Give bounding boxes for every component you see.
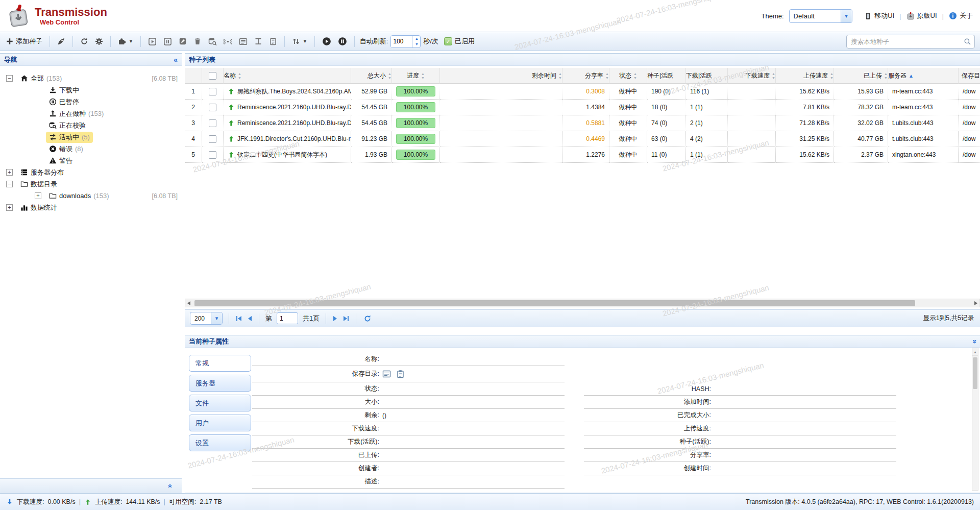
tree-node-body[interactable]: 数据统计 (17, 202, 60, 213)
search-icon[interactable] (964, 38, 971, 45)
sidebar-item-stats[interactable]: +数据统计 (0, 202, 182, 213)
table-row[interactable]: 2Reminiscence.2021.2160p.UHD.Blu-ray.DoV… (185, 100, 980, 115)
sidebar-item-warning[interactable]: 警告 (0, 155, 182, 166)
horizontal-scrollbar[interactable] (185, 299, 980, 307)
tree-node-body[interactable]: 警告 (46, 155, 76, 166)
cell-check[interactable] (202, 131, 224, 147)
copy-button[interactable] (267, 36, 279, 47)
chevron-down-icon[interactable] (211, 312, 222, 324)
sidebar-item-data-dir[interactable]: −数据目录 (0, 178, 182, 190)
settings-button[interactable] (93, 36, 105, 47)
enabled-checkbox-icon[interactable] (444, 37, 452, 45)
remove-torrent-button[interactable] (191, 36, 204, 47)
table-row[interactable]: 4JFK.1991.Director's.Cut.2160p.UHD.Blu-r… (185, 131, 980, 147)
column-header-size[interactable]: 总大小 (351, 68, 392, 84)
column-header-num[interactable] (185, 68, 202, 84)
page-number-input[interactable] (277, 312, 298, 324)
collapse-left-icon[interactable]: « (174, 56, 178, 64)
row-checkbox[interactable] (209, 151, 216, 159)
cell-check[interactable] (202, 147, 224, 163)
add-torrent-button[interactable]: 添加种子 (4, 35, 44, 47)
queue-button[interactable] (252, 36, 264, 47)
recheck-button[interactable] (206, 36, 219, 47)
column-header-name[interactable]: 名称 (224, 68, 351, 84)
spinner-down-icon[interactable] (413, 41, 420, 47)
column-header-up_speed[interactable]: 上传速度 (776, 68, 834, 84)
about-link[interactable]: 关于 (949, 11, 973, 20)
tree-node-body[interactable]: 错误(8) (46, 143, 86, 155)
search-input[interactable] (847, 38, 964, 45)
tree-expander-icon[interactable]: + (6, 204, 13, 211)
sidebar-item-paused[interactable]: 已暂停 (0, 96, 182, 108)
tree-node-body[interactable]: 正在做种(153) (46, 108, 107, 119)
spinner-up-icon[interactable] (413, 36, 420, 42)
pause-torrent-button[interactable] (161, 36, 174, 47)
sidebar-item-active[interactable]: 活动中(5) (0, 131, 182, 143)
auto-refresh-input[interactable] (391, 36, 412, 47)
tree-node-body[interactable]: 已暂停 (46, 96, 82, 108)
vertical-scrollbar[interactable] (972, 348, 978, 491)
column-header-eta[interactable]: 剩余时间 (440, 68, 562, 84)
scroll-left-icon[interactable] (187, 301, 190, 305)
page-size-select[interactable]: 200 (190, 312, 223, 325)
tab-general[interactable]: 常规 (189, 355, 251, 372)
tab-settings[interactable]: 设置 (189, 434, 251, 451)
add-url-button[interactable] (55, 36, 67, 47)
sidebar-item-verifying[interactable]: 正在校验 (0, 119, 182, 131)
table-row[interactable]: 1黑袍纠察队.The.Boys.2024.S04.2160p.AMZN.WEB-… (185, 84, 980, 100)
sidebar-item-server-tracker[interactable]: +服务器分布 (0, 166, 182, 178)
tree-node-body[interactable]: downloads(153) (46, 191, 112, 201)
scroll-right-icon[interactable] (974, 301, 977, 305)
tree-expander-icon[interactable]: − (6, 181, 13, 187)
tree-node-body[interactable]: 活动中(5) (46, 132, 93, 143)
chevron-down-icon[interactable] (841, 10, 852, 22)
row-checkbox[interactable] (209, 104, 216, 111)
start-torrent-button[interactable] (146, 36, 159, 47)
detail-button[interactable] (237, 36, 250, 47)
column-header-status[interactable]: 状态 (609, 68, 647, 84)
reload-button[interactable] (78, 36, 90, 47)
edit-torrent-button[interactable] (177, 36, 189, 47)
column-header-seeds[interactable]: 种子|活跃 (647, 68, 686, 84)
start-all-button[interactable] (320, 35, 333, 47)
first-page-button[interactable] (235, 315, 242, 322)
header-select-all[interactable] (202, 68, 224, 84)
announce-button[interactable] (222, 36, 234, 47)
select-all-checkbox[interactable] (209, 72, 216, 80)
column-header-dl_speed[interactable]: 下载速度 (728, 68, 776, 84)
theme-select[interactable]: Default (789, 9, 852, 23)
horizontal-scroll-thumb[interactable] (194, 300, 915, 306)
column-header-progress[interactable]: 进度 (392, 68, 440, 84)
tree-expander-icon[interactable]: + (6, 169, 13, 176)
tree-expander-icon[interactable]: − (6, 75, 13, 82)
pause-all-button[interactable] (336, 35, 349, 47)
column-header-save_dir[interactable]: 保存目录 (959, 68, 980, 84)
collapse-up-icon[interactable]: « (166, 484, 175, 488)
tree-node-body[interactable]: 下载中 (46, 85, 82, 96)
last-page-button[interactable] (342, 315, 350, 322)
cell-check[interactable] (202, 115, 224, 131)
column-header-peers[interactable]: 下载|活跃 (686, 68, 728, 84)
original-ui-link[interactable]: 原版UI (906, 11, 937, 20)
column-header-ratio[interactable]: 分享率 (562, 68, 609, 84)
tree-expander-icon[interactable]: + (35, 192, 41, 199)
tab-users[interactable]: 用户 (189, 415, 251, 431)
sidebar-item-downloads[interactable]: +downloads(153)[6.08 TB] (0, 190, 182, 202)
collapse-down-icon[interactable]: « (970, 339, 978, 344)
table-row[interactable]: 3Reminiscence.2021.2160p.UHD.Blu-ray.DoV… (185, 115, 980, 131)
sidebar-item-downloading[interactable]: 下载中 (0, 84, 182, 96)
scroll-up-icon[interactable] (972, 348, 978, 356)
tab-servers[interactable]: 服务器 (189, 375, 251, 392)
row-checkbox[interactable] (209, 119, 216, 127)
cell-check[interactable] (202, 100, 224, 115)
column-header-uploaded[interactable]: 已上传 (834, 68, 888, 84)
table-row[interactable]: 5钦定二十四史(中华书局简体字本)1.93 GB100.00%1.2276做种中… (185, 147, 980, 163)
row-checkbox[interactable] (209, 135, 216, 143)
paste-icon[interactable] (396, 370, 405, 378)
row-checkbox[interactable] (209, 88, 216, 95)
sidebar-item-error[interactable]: 错误(8) (0, 143, 182, 155)
prev-page-button[interactable] (247, 315, 253, 322)
tab-files[interactable]: 文件 (189, 395, 251, 411)
vertical-scroll-thumb[interactable] (973, 357, 977, 389)
sidebar-item-all[interactable]: −全部(153)[6.08 TB] (0, 72, 182, 84)
